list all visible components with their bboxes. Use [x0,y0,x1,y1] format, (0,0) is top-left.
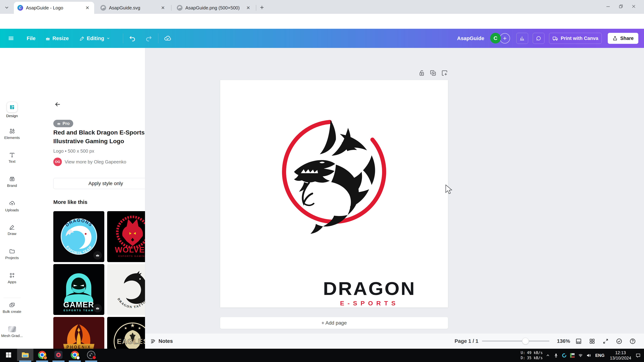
owner-avatar: OG [53,158,62,166]
print-with-canva-button[interactable]: Print with Canva [549,33,602,44]
view-more-link[interactable]: View more by Oleg Gapeenko [65,159,126,165]
file-menu[interactable]: File [27,29,36,48]
tab-asapguide-logo[interactable]: C AsapGuide - Logo ✕ [14,2,94,14]
editing-mode-menu[interactable]: Editing [80,29,110,48]
chrome-icon [38,351,46,359]
template-owner-row[interactable]: OG View more by Oleg Gapeenko [53,158,126,166]
resize-menu[interactable]: Resize [45,29,69,48]
tray-expand-chevron-icon[interactable] [544,349,552,362]
panel-back-button[interactable] [54,100,62,108]
share-label: Share [620,36,634,41]
comments-button[interactable] [533,33,544,44]
share-button[interactable]: Share [608,33,638,44]
taskbar-chrome-profile2[interactable] [69,349,81,361]
sidebar-item-draw[interactable]: Draw [0,224,24,236]
insights-button[interactable] [516,33,528,44]
mesh-gradient-icon [8,326,16,332]
apply-style-only-button[interactable]: Apply style only [53,178,158,189]
volume-icon[interactable] [585,349,593,362]
window-close-button[interactable] [630,2,638,10]
zoom-slider[interactable] [482,341,550,342]
update-spinner-icon[interactable] [560,349,568,362]
design-page[interactable]: DRAGON E-SPORTS [220,80,448,308]
taskbar-obs[interactable] [85,349,97,361]
net-speed-monitor: U:49 kB/s D:35 kB/s [520,350,544,361]
pencil-icon [80,36,84,41]
sidebar-item-brand[interactable]: Brand [0,176,24,188]
zoom-level[interactable]: 136% [557,334,570,349]
zoom-slider-handle[interactable] [522,338,529,345]
sidebar-label: Uploads [5,208,19,212]
file-menu-label: File [27,35,36,41]
language-indicator[interactable]: ENG [593,353,607,358]
notification-center-icon[interactable] [634,349,642,362]
add-page-icon-button[interactable] [440,69,449,77]
tray-app-icon[interactable] [568,349,576,362]
dragon-highlights [337,191,349,213]
saved-check-button[interactable] [614,334,624,349]
tab-title: AsapGuide.png (500×500) [185,5,243,11]
account-avatar[interactable]: C [490,33,501,43]
start-button[interactable] [3,349,14,361]
undo-button[interactable] [129,29,136,48]
browser-toolbar: canva.com/design/DAGPmFasnPE/bdVQtx371kf… [0,14,644,29]
help-button[interactable] [627,334,638,349]
recording-dot-badge [92,356,96,360]
tab-close-icon[interactable]: ✕ [84,4,91,11]
sidebar-item-elements[interactable]: Elements [0,128,24,140]
workspace-name[interactable]: AsapGuide [457,29,484,48]
sidebar-item-design[interactable]: Design [0,102,24,118]
resize-label: Resize [52,35,69,41]
invite-member-button[interactable] [500,33,510,43]
new-tab-button[interactable] [258,3,266,11]
pages-view-button[interactable] [573,334,584,349]
sidebar-label: Text [8,159,16,164]
dragon-logo-artwork[interactable] [275,113,393,238]
projects-folder-icon [9,248,15,254]
canvas-workspace[interactable]: DRAGON E-SPORTS + Add page [145,48,644,333]
fullscreen-button[interactable] [600,334,611,349]
comment-bubble-icon [536,36,541,41]
tab-close-icon[interactable]: ✕ [160,4,166,11]
redo-button[interactable] [145,29,152,48]
add-page-button[interactable]: + Add page [220,317,448,329]
chrome-icon [71,351,79,359]
svg-text:★: ★ [124,326,127,330]
sidebar-item-uploads[interactable]: Uploads [0,200,24,212]
template-thumb-dragons[interactable]: DRAGONS ESPORTS TEAM [53,211,104,262]
window-restore-button[interactable] [617,2,625,10]
notes-icon [150,338,156,344]
tab-close-icon[interactable]: ✕ [245,4,252,11]
logo-sub-wordmark[interactable]: E-SPORTS [273,300,466,307]
wifi-icon[interactable] [576,349,585,362]
taskbar-file-explorer[interactable] [17,349,34,361]
window-minimize-button[interactable] [604,2,612,10]
grid-view-button[interactable] [587,334,598,349]
sidebar-item-text[interactable]: Text [0,152,24,164]
sidebar-item-projects[interactable]: Projects [0,248,24,260]
sidebar-label: Apps [8,280,16,284]
page-indicator: Page 1 / 1 [454,334,478,349]
lock-page-button[interactable] [418,69,426,77]
main-menu-button[interactable] [8,29,14,48]
clock[interactable]: 12:13 13/10/2024 [607,350,634,361]
running-indicator [85,361,97,362]
sidebar-item-bulk-create[interactable]: Bulk create [0,302,24,314]
tab-asapguide-svg[interactable]: AsapGuide.svg ✕ [97,2,170,14]
logo-wordmark[interactable]: DRAGON [273,278,466,299]
sidebar-item-apps[interactable]: Apps [0,272,24,284]
windows-taskbar: U:49 kB/s D:35 kB/s ENG 12:13 13/10/2024 [0,349,644,362]
bulk-create-icon [9,302,15,308]
sidebar-item-mesh-gradient[interactable]: Mesh Grad... [0,326,24,338]
editing-label: Editing [87,35,104,41]
duplicate-page-button[interactable] [429,69,438,77]
tab-asapguide-png[interactable]: AsapGuide.png (500×500) ✕ [173,2,255,14]
notes-button[interactable]: Notes [150,334,173,349]
microphone-icon[interactable] [552,349,560,362]
taskbar-recorder-app[interactable] [52,349,64,361]
tab-search-chevron-icon[interactable] [3,4,10,11]
taskbar-chrome-profile1[interactable] [36,349,48,361]
download-label: D: [520,356,526,361]
template-thumb-gamer[interactable]: GAMER ESPORTS TEAM [53,264,104,315]
svg-text:★: ★ [130,322,135,328]
